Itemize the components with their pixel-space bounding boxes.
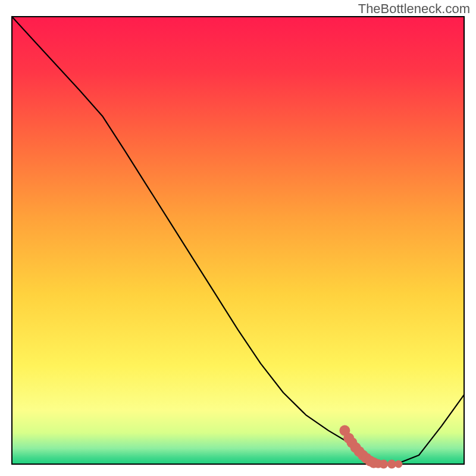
attribution-text: TheBottleneck.com [358,1,470,17]
chart-svg [0,0,476,476]
plot-area-bg [12,17,464,464]
chart-frame: TheBottleneck.com [0,0,476,476]
highlight-point [379,460,388,469]
highlight-point [394,461,402,468]
